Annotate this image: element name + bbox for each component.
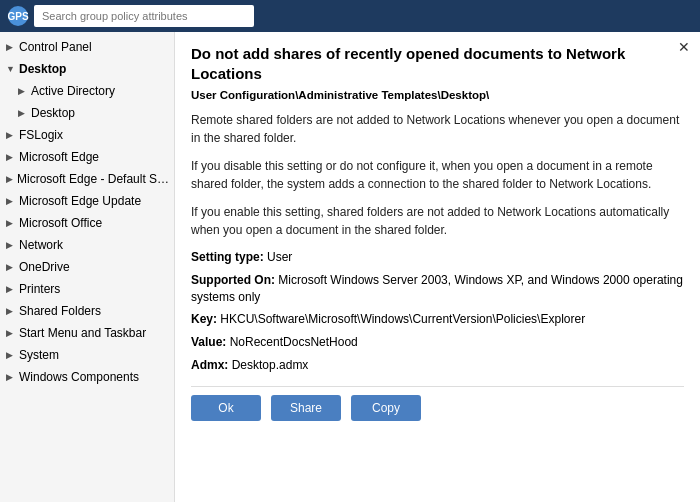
arrow-icon-printers xyxy=(6,280,16,298)
sidebar-label-microsoft-edge: Microsoft Edge xyxy=(19,148,99,166)
sidebar-item-microsoft-office[interactable]: Microsoft Office xyxy=(0,212,174,234)
sidebar-item-desktop[interactable]: Desktop xyxy=(0,58,174,80)
sidebar-item-start-menu[interactable]: Start Menu and Taskbar xyxy=(0,322,174,344)
meta-value: NoRecentDocsNetHood xyxy=(230,335,358,349)
meta-value: Desktop.admx xyxy=(232,358,309,372)
sidebar-item-printers[interactable]: Printers xyxy=(0,278,174,300)
arrow-icon-microsoft-edge-default xyxy=(6,170,14,188)
arrow-icon-system xyxy=(6,346,16,364)
sidebar-label-onedrive: OneDrive xyxy=(19,258,70,276)
arrow-icon-start-menu xyxy=(6,324,16,342)
detail-meta: Setting type: UserSupported On: Microsof… xyxy=(191,249,684,374)
sidebar-item-desktop-sub[interactable]: Desktop xyxy=(0,102,174,124)
detail-footer: Ok Share Copy xyxy=(191,386,684,421)
detail-paragraph: If you disable this setting or do not co… xyxy=(191,157,684,193)
app-logo: GPS xyxy=(8,6,28,26)
meta-row: Admx: Desktop.admx xyxy=(191,357,684,374)
logo-text: GPS xyxy=(7,11,28,22)
sidebar-item-shared-folders[interactable]: Shared Folders xyxy=(0,300,174,322)
arrow-icon-network xyxy=(6,236,16,254)
meta-label: Setting type: xyxy=(191,250,267,264)
sidebar-label-microsoft-edge-default: Microsoft Edge - Default Settings (us xyxy=(17,170,174,188)
sidebar-item-network[interactable]: Network xyxy=(0,234,174,256)
sidebar-label-start-menu: Start Menu and Taskbar xyxy=(19,324,146,342)
copy-button[interactable]: Copy xyxy=(351,395,421,421)
share-button[interactable]: Share xyxy=(271,395,341,421)
sidebar-label-network: Network xyxy=(19,236,63,254)
meta-row: Value: NoRecentDocsNetHood xyxy=(191,334,684,351)
sidebar-label-microsoft-office: Microsoft Office xyxy=(19,214,102,232)
ok-button[interactable]: Ok xyxy=(191,395,261,421)
sidebar-item-fslogix[interactable]: FSLogix xyxy=(0,124,174,146)
detail-paragraph: If you enable this setting, shared folde… xyxy=(191,203,684,239)
search-input[interactable] xyxy=(34,5,254,27)
meta-label: Supported On: xyxy=(191,273,278,287)
sidebar-label-printers: Printers xyxy=(19,280,60,298)
meta-value: User xyxy=(267,250,292,264)
meta-value: HKCU\Software\Microsoft\Windows\CurrentV… xyxy=(220,312,585,326)
meta-label: Key: xyxy=(191,312,220,326)
topbar: GPS xyxy=(0,0,700,32)
sidebar-item-active-directory[interactable]: Active Directory xyxy=(0,80,174,102)
sidebar-item-windows-components[interactable]: Windows Components xyxy=(0,366,174,388)
meta-label: Admx: xyxy=(191,358,232,372)
arrow-icon-active-directory xyxy=(18,82,28,100)
arrow-icon-desktop-sub xyxy=(18,104,28,122)
arrow-icon-microsoft-edge-update xyxy=(6,192,16,210)
detail-paragraph: Remote shared folders are not added to N… xyxy=(191,111,684,147)
sidebar-label-desktop-sub: Desktop xyxy=(31,104,75,122)
sidebar-label-desktop: Desktop xyxy=(19,60,66,78)
detail-title: Do not add shares of recently opened doc… xyxy=(191,44,684,83)
arrow-icon-desktop xyxy=(6,60,16,78)
meta-row: Supported On: Microsoft Windows Server 2… xyxy=(191,272,684,306)
detail-panel: ✕ Do not add shares of recently opened d… xyxy=(175,32,700,502)
meta-label: Value: xyxy=(191,335,230,349)
arrow-icon-fslogix xyxy=(6,126,16,144)
meta-row: Key: HKCU\Software\Microsoft\Windows\Cur… xyxy=(191,311,684,328)
sidebar: Control PanelDesktopActive DirectoryDesk… xyxy=(0,32,175,502)
arrow-icon-microsoft-edge xyxy=(6,148,16,166)
detail-body: Remote shared folders are not added to N… xyxy=(191,111,684,239)
close-button[interactable]: ✕ xyxy=(678,40,690,54)
main-container: Control PanelDesktopActive DirectoryDesk… xyxy=(0,32,700,502)
sidebar-label-microsoft-edge-update: Microsoft Edge Update xyxy=(19,192,141,210)
sidebar-label-fslogix: FSLogix xyxy=(19,126,63,144)
arrow-icon-windows-components xyxy=(6,368,16,386)
arrow-icon-onedrive xyxy=(6,258,16,276)
sidebar-item-system[interactable]: System xyxy=(0,344,174,366)
sidebar-label-shared-folders: Shared Folders xyxy=(19,302,101,320)
sidebar-item-microsoft-edge-default[interactable]: Microsoft Edge - Default Settings (us xyxy=(0,168,174,190)
sidebar-item-control-panel[interactable]: Control Panel xyxy=(0,36,174,58)
sidebar-item-onedrive[interactable]: OneDrive xyxy=(0,256,174,278)
logo-icon: GPS xyxy=(8,6,28,26)
sidebar-label-active-directory: Active Directory xyxy=(31,82,115,100)
sidebar-label-control-panel: Control Panel xyxy=(19,38,92,56)
arrow-icon-control-panel xyxy=(6,38,16,56)
sidebar-item-microsoft-edge[interactable]: Microsoft Edge xyxy=(0,146,174,168)
arrow-icon-microsoft-office xyxy=(6,214,16,232)
arrow-icon-shared-folders xyxy=(6,302,16,320)
detail-path: User Configuration\Administrative Templa… xyxy=(191,89,684,101)
sidebar-label-windows-components: Windows Components xyxy=(19,368,139,386)
meta-row: Setting type: User xyxy=(191,249,684,266)
sidebar-label-system: System xyxy=(19,346,59,364)
sidebar-item-microsoft-edge-update[interactable]: Microsoft Edge Update xyxy=(0,190,174,212)
